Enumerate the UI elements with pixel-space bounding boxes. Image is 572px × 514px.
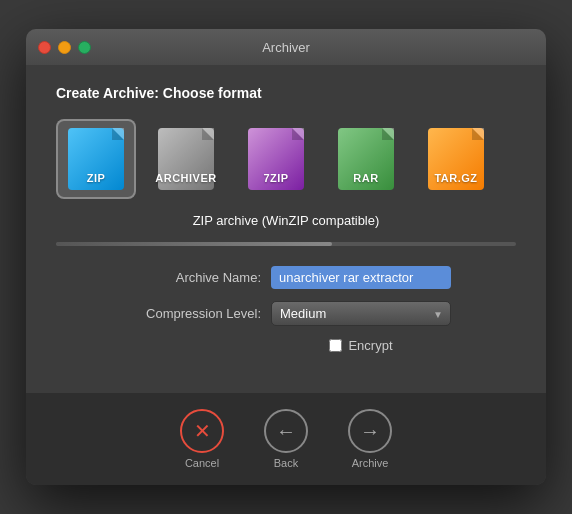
zip-icon-wrapper: ZIP xyxy=(63,126,129,192)
targz-icon-wrapper: TAR.GZ xyxy=(423,126,489,192)
format-description: ZIP archive (WinZIP compatible) xyxy=(56,213,516,228)
title-bar: Archiver xyxy=(26,29,546,65)
cancel-icon: ✕ xyxy=(180,409,224,453)
minimize-button[interactable] xyxy=(58,41,71,54)
archive-name-row: Archive Name: xyxy=(121,266,451,289)
back-button[interactable]: ← Back xyxy=(264,409,308,469)
bottom-bar: ✕ Cancel ← Back → Archive xyxy=(26,393,546,485)
cancel-label: Cancel xyxy=(185,457,219,469)
rar-file-icon: RAR xyxy=(338,128,394,190)
maximize-button[interactable] xyxy=(78,41,91,54)
main-window: Archiver Create Archive: Choose format Z… xyxy=(26,29,546,485)
archiver-icon-wrapper: ARCHIVER xyxy=(153,126,219,192)
main-content: Create Archive: Choose format ZIP ARCHIV… xyxy=(26,65,546,393)
form-section: Archive Name: Compression Level: Low Med… xyxy=(56,266,516,353)
archive-label: Archive xyxy=(352,457,389,469)
format-icon-targz[interactable]: TAR.GZ xyxy=(416,119,496,199)
archive-name-label: Archive Name: xyxy=(121,270,261,285)
back-icon: ← xyxy=(264,409,308,453)
sevenzip-label: 7ZIP xyxy=(263,172,288,184)
format-icon-rar[interactable]: RAR xyxy=(326,119,406,199)
window-title: Archiver xyxy=(262,40,310,55)
traffic-lights xyxy=(38,41,91,54)
archive-name-input[interactable] xyxy=(271,266,451,289)
header-normal: Choose format xyxy=(159,85,262,101)
rar-label: RAR xyxy=(353,172,378,184)
archiver-file-icon: ARCHIVER xyxy=(158,128,214,190)
archive-button[interactable]: → Archive xyxy=(348,409,392,469)
cancel-button[interactable]: ✕ Cancel xyxy=(180,409,224,469)
header-bold: Create Archive: xyxy=(56,85,159,101)
encrypt-option: Encrypt xyxy=(329,338,392,353)
sevenzip-file-icon: 7ZIP xyxy=(248,128,304,190)
format-icons-row: ZIP ARCHIVER 7ZIP xyxy=(56,119,516,199)
encrypt-row: Encrypt xyxy=(179,338,392,353)
back-label: Back xyxy=(274,457,298,469)
sevenzip-icon-wrapper: 7ZIP xyxy=(243,126,309,192)
format-icon-7zip[interactable]: 7ZIP xyxy=(236,119,316,199)
progress-bar-fill xyxy=(56,242,332,246)
close-button[interactable] xyxy=(38,41,51,54)
targz-file-icon: TAR.GZ xyxy=(428,128,484,190)
archiver-label: ARCHIVER xyxy=(155,172,216,184)
zip-file-icon: ZIP xyxy=(68,128,124,190)
progress-bar xyxy=(56,242,516,246)
encrypt-label: Encrypt xyxy=(348,338,392,353)
encrypt-checkbox[interactable] xyxy=(329,339,342,352)
rar-icon-wrapper: RAR xyxy=(333,126,399,192)
compression-label: Compression Level: xyxy=(121,306,261,321)
targz-label: TAR.GZ xyxy=(434,172,477,184)
format-icon-zip[interactable]: ZIP xyxy=(56,119,136,199)
section-header: Create Archive: Choose format xyxy=(56,85,516,101)
archive-icon: → xyxy=(348,409,392,453)
zip-label: ZIP xyxy=(87,172,106,184)
format-icon-archiver[interactable]: ARCHIVER xyxy=(146,119,226,199)
compression-select[interactable]: Low Medium High Best xyxy=(271,301,451,326)
compression-select-wrapper: Low Medium High Best ▼ xyxy=(271,301,451,326)
compression-level-row: Compression Level: Low Medium High Best … xyxy=(121,301,451,326)
